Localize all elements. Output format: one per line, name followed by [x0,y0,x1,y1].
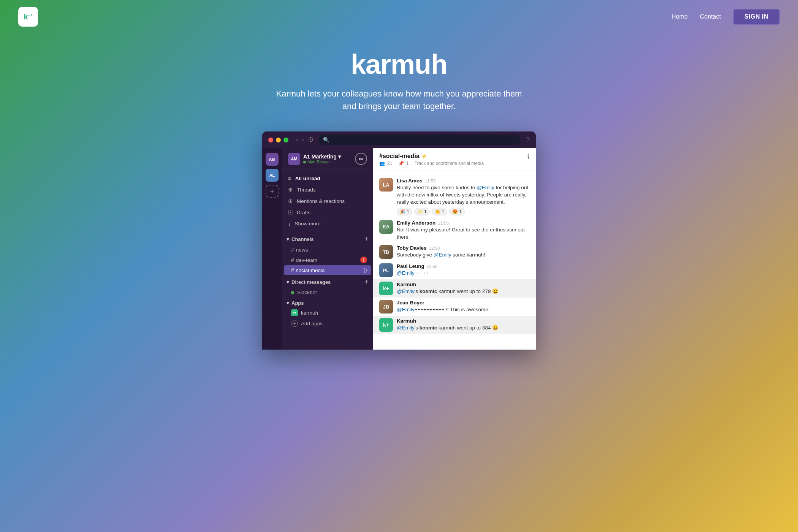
reaction-party[interactable]: 🎉 1 [397,208,412,215]
channels-section-header[interactable]: ▾ Channels + [282,232,373,245]
channel-title: #social-media ★ [379,153,484,160]
forward-button[interactable]: › [302,136,304,143]
msg-author-4: Paul Leung [397,263,424,269]
message-7: k+ Karmuh @Emily's kosmic karmuh went up… [373,316,536,334]
bold-kosmic: kosmic [420,325,437,331]
sidebar-nav: ≡ All unread ⊕ Threads ⊕ Mentions & reac… [282,170,373,232]
channel-item-dev-team[interactable]: # dev-team 1 [282,255,373,265]
msg-content-6: Jean Boyer @Emily++++++++++ !! This is a… [397,300,530,314]
logo[interactable]: k++ [18,7,38,27]
msg-text-6: @Emily++++++++++ !! This is awesome! [397,306,530,314]
channel-meta: 👥 21 · 📌 1 · Track and coordinate social… [379,161,484,166]
threads-icon: ⊕ [288,186,293,193]
hash-icon: # [291,267,294,273]
back-button[interactable]: ‹ [296,136,298,143]
help-button[interactable]: ? [526,136,530,143]
star-icon[interactable]: ★ [422,153,427,159]
nav-item-label: All unread [295,176,320,181]
channel-name: news [296,247,308,253]
workspace-am-avatar[interactable]: AM [266,153,279,166]
msg-author-3: Toby Davies [397,245,427,251]
msg-header-1: Lisa Amos 11:55 [397,178,530,184]
home-link[interactable]: Home [671,13,688,20]
channels-section: ▾ Channels + # news [282,232,373,275]
nav-right: Home Contact SIGN IN [671,9,780,25]
add-channel-button[interactable]: + [364,235,369,243]
reaction-sparkle[interactable]: ✨ 1 [414,208,430,215]
add-dm-button[interactable]: + [364,278,369,286]
nav-item-show-more[interactable]: ↓ Show more [282,218,373,229]
username: Matt Brewer [307,160,330,164]
apps-section: ▾ Apps k+ karmuh + Add apps [282,297,373,329]
nav-item-all-unread[interactable]: ≡ All unread [282,173,373,184]
dm-item-slackbot[interactable]: Slackbot [282,288,373,297]
online-dot [291,291,294,294]
online-indicator [303,161,306,163]
avatar-karmuh-1: k+ [379,282,393,295]
avatar-paul: PL [379,263,393,277]
nav-item-threads[interactable]: ⊕ Threads [282,184,373,195]
info-button[interactable]: ℹ [527,153,530,161]
sidebar-header: AM A1 Marketing ▾ Matt Brewer [282,148,373,170]
add-workspace-button[interactable]: + [266,185,279,198]
reaction-clap[interactable]: 👏 1 [432,208,447,215]
compose-button[interactable]: ✏ [355,153,367,165]
history-button[interactable]: ⏱ [308,136,314,143]
nav-item-label: Mentions & reactions [297,198,345,204]
dm-section-header[interactable]: ▾ Direct messages + [282,275,373,288]
add-app-icon: + [291,320,298,327]
dm-name: Slackbot [297,290,317,295]
signin-button[interactable]: SIGN IN [733,9,780,25]
msg-author-6: Jean Boyer [397,300,424,306]
nav-item-drafts[interactable]: ⊡ Drafts [282,207,373,218]
nav-item-mentions[interactable]: ⊕ Mentions & reactions [282,195,373,207]
app-name: karmuh [301,310,318,316]
contact-link[interactable]: Contact [700,13,721,20]
message-5: k+ Karmuh @Emily's kosmic karmuh went up… [373,279,536,298]
apps-section-header[interactable]: ▾ Apps [282,297,373,307]
apps-label: ▾ Apps [287,300,304,306]
msg-header-5: Karmuh [397,282,530,287]
channel-item-social-media[interactable]: # social-media ⟨⟩ [284,265,371,275]
traffic-lights [268,138,288,142]
msg-header-7: Karmuh [397,318,530,324]
msg-time-3: 12:58 [429,246,440,250]
avatar-jean: JB [379,300,393,314]
unread-icon: ≡ [288,175,291,182]
msg-text-2: No! It was my pleasure! Great to see the… [397,226,530,241]
minimize-button[interactable] [276,138,281,142]
add-apps-item[interactable]: + Add apps [282,318,373,329]
channels-label: ▾ Channels [287,236,314,242]
mention: @Emily [397,307,415,312]
reaction-love[interactable]: 😍 1 [449,208,465,215]
channel-title-text: #social-media [379,153,420,160]
maximize-button[interactable] [283,138,288,142]
messages-area[interactable]: LA Lisa Amos 11:55 Really need to give s… [373,171,536,350]
close-button[interactable] [268,138,273,142]
workspace-strip: AM AL + [262,148,282,350]
search-bar[interactable]: 🔍 [318,135,520,145]
workspace-dropdown-icon: ▾ [338,154,341,160]
active-channel-icons: ⟨⟩ [363,267,367,273]
app-window: ‹ › ⏱ 🔍 ? AM AL + [262,131,536,350]
members-icon: 👥 [379,161,385,166]
msg-author-2: Emily Anderson [397,220,435,226]
msg-time-2: 11:56 [438,221,449,225]
avatar-karmuh-2: k+ [379,318,393,332]
workspace-name: A1 Marketing ▾ [303,154,341,160]
workspace-al-avatar[interactable]: AL [266,169,279,182]
app-item-karmuh[interactable]: k+ karmuh [282,307,373,318]
channel-item-news[interactable]: # news [282,245,373,255]
msg-content-5: Karmuh @Emily's kosmic karmuh went up to… [397,282,530,295]
member-count: 21 [387,161,392,166]
dm-triangle: ▾ [287,279,289,285]
mention: @Emily [397,325,415,331]
nav-item-label: Drafts [297,210,310,215]
title-bar: ‹ › ⏱ 🔍 ? [262,131,536,148]
nav-item-label: Threads [297,187,316,193]
avatar-toby: TD [379,245,393,259]
msg-header-3: Toby Davies 12:58 [397,245,530,251]
unread-badge: 1 [360,256,367,263]
msg-content-2: Emily Anderson 11:56 No! It was my pleas… [397,220,530,241]
workspace-info[interactable]: AM A1 Marketing ▾ Matt Brewer [288,153,341,165]
